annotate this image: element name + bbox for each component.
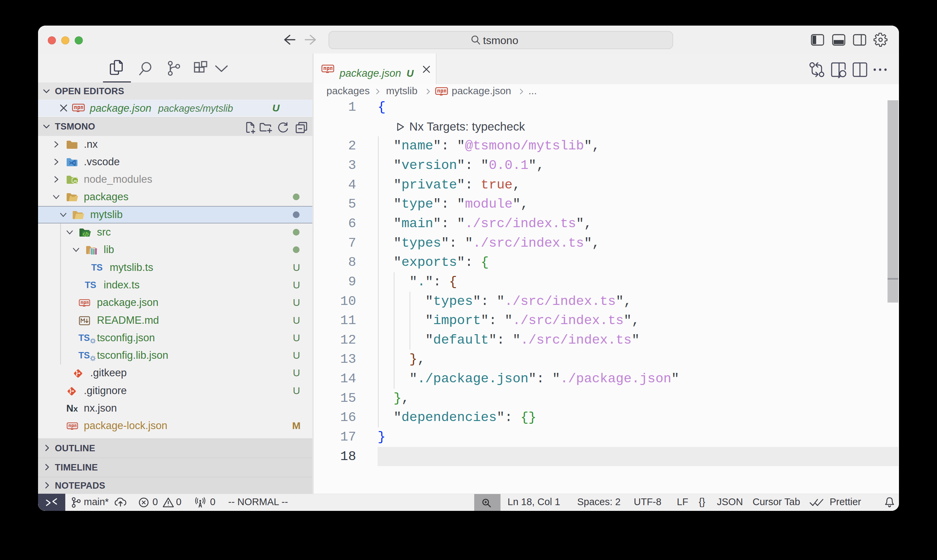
svg-text:JS: JS <box>73 179 77 183</box>
